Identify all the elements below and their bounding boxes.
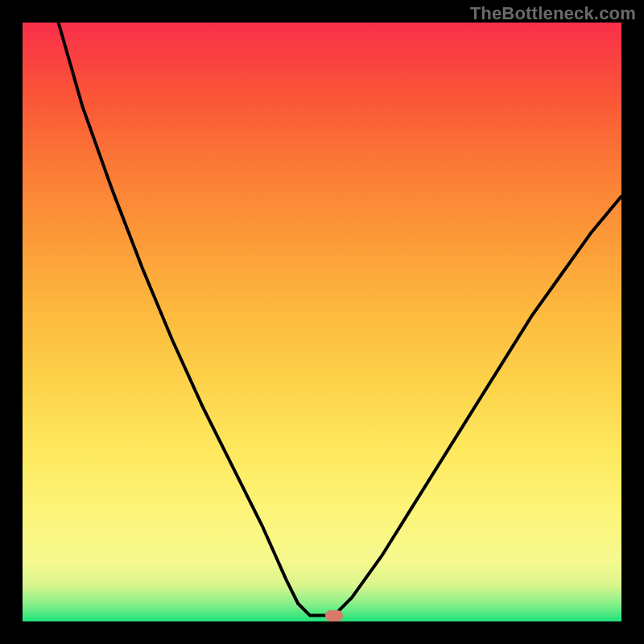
chart-frame: TheBottleneck.com — [0, 0, 644, 644]
plot-area — [23, 23, 621, 621]
watermark-text: TheBottleneck.com — [470, 3, 636, 24]
bottleneck-curve — [59, 23, 621, 616]
min-marker-icon — [325, 610, 343, 621]
curve-svg — [23, 23, 621, 621]
